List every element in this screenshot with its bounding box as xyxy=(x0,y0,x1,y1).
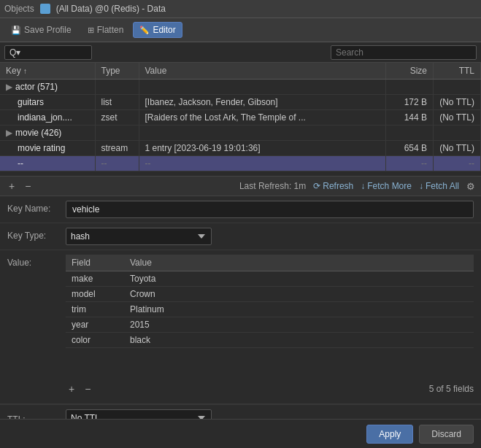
cell-field: year xyxy=(66,317,124,333)
table-row[interactable]: movie ratingstream1 entry [2023-06-19 19… xyxy=(0,141,481,156)
value-container: Field Value makeToyotamodelCrowntrimPlat… xyxy=(66,255,474,399)
key-name-input[interactable] xyxy=(66,201,474,218)
expand-arrow-icon: ▶ xyxy=(6,82,12,92)
flatten-label: Flatten xyxy=(97,25,124,35)
table-toolbar: + − Last Refresh: 1m ⟳ Refresh ↓ Fetch M… xyxy=(0,176,481,196)
fetch-all-button[interactable]: ↓ Fetch All xyxy=(419,181,459,191)
value-table-row[interactable]: makeToyota xyxy=(66,271,474,287)
filter-input[interactable] xyxy=(4,45,92,60)
value-table-row[interactable]: trimPlatinum xyxy=(66,302,474,317)
field-count: 5 of 5 fields xyxy=(429,384,474,394)
cell-ttl: (No TTL) xyxy=(434,95,481,110)
key-name-label: Key Name: xyxy=(7,201,66,214)
cell-value xyxy=(139,80,386,95)
cell-size: 144 B xyxy=(386,110,434,125)
search-input[interactable] xyxy=(331,45,477,60)
cell-type: -- xyxy=(95,156,139,171)
remove-field-button[interactable]: − xyxy=(82,382,93,396)
last-refresh-label: Last Refresh: 1m xyxy=(239,181,306,191)
cell-value: [Raiders of the Lost Ark, The Temple of … xyxy=(139,110,386,125)
table-row[interactable]: guitarslist[Ibanez, Jackson, Fender, Gib… xyxy=(0,95,481,110)
fetch-all-label: Fetch All xyxy=(426,181,459,191)
fetch-more-button[interactable]: ↓ Fetch More xyxy=(361,181,412,191)
editor-label: Editor xyxy=(153,25,175,35)
remove-row-button[interactable]: − xyxy=(22,179,34,193)
refresh-icon: ⟳ xyxy=(313,181,320,191)
refresh-label: Refresh xyxy=(323,181,353,191)
cell-field-value: Crown xyxy=(124,287,474,302)
table-row[interactable]: ▶actor (571) xyxy=(0,80,481,95)
objects-label: Objects xyxy=(4,4,34,14)
col-header-value[interactable]: Value xyxy=(139,63,386,80)
col-header-key[interactable]: Key ↑ xyxy=(0,63,95,80)
toolbar: 💾 Save Profile ⊞ Flatten ✏️ Editor xyxy=(0,18,481,42)
settings-button[interactable]: ⚙ xyxy=(466,181,475,192)
value-table-row[interactable]: colorblack xyxy=(66,333,474,348)
cell-size xyxy=(386,80,434,95)
refresh-button[interactable]: ⟳ Refresh xyxy=(313,181,353,191)
value-table-row[interactable]: year2015 xyxy=(66,317,474,333)
value-toolbar: + − 5 of 5 fields xyxy=(66,379,474,399)
window-title: (All Data) @0 (Redis) - Data xyxy=(56,4,166,14)
action-bar: Apply Discard xyxy=(0,419,481,448)
cell-size: 172 B xyxy=(386,95,434,110)
key-type-label: Key Type: xyxy=(7,228,66,241)
discard-button[interactable]: Discard xyxy=(419,425,474,444)
cell-size: 654 B xyxy=(386,141,434,156)
cell-ttl xyxy=(434,80,481,95)
apply-button[interactable]: Apply xyxy=(366,425,413,444)
col-header-type[interactable]: Type xyxy=(95,63,139,80)
flatten-icon: ⊞ xyxy=(88,26,94,35)
filter-row xyxy=(0,42,481,63)
key-type-select[interactable]: hash string list set zset stream xyxy=(66,228,212,245)
table-row[interactable]: ---------- xyxy=(0,156,481,171)
cell-ttl: (No TTL) xyxy=(434,110,481,125)
cell-value xyxy=(139,125,386,141)
detail-panel: Key Name: Key Type: hash string list set… xyxy=(0,196,481,404)
editor-icon: ✏️ xyxy=(139,26,150,35)
add-row-button[interactable]: + xyxy=(6,179,18,193)
save-profile-label: Save Profile xyxy=(24,25,72,35)
flatten-button[interactable]: ⊞ Flatten xyxy=(81,22,131,38)
value-col-header-value: Value xyxy=(124,255,474,271)
top-bar: Objects (All Data) @0 (Redis) - Data xyxy=(0,0,481,18)
value-row: Value: Field Value makeToyotamodelCrownt… xyxy=(0,250,481,404)
top-bar-icon xyxy=(40,4,50,14)
value-table-header: Field Value xyxy=(66,255,474,271)
value-table-wrap: Field Value makeToyotamodelCrowntrimPlat… xyxy=(66,255,474,379)
table-body: ▶actor (571)guitarslist[Ibanez, Jackson,… xyxy=(0,80,481,171)
editor-button[interactable]: ✏️ Editor xyxy=(133,22,182,38)
cell-type: list xyxy=(95,95,139,110)
table-header: Key ↑ Type Value Size TTL xyxy=(0,63,481,80)
col-header-ttl[interactable]: TTL xyxy=(434,63,481,80)
value-label: Value: xyxy=(7,255,66,268)
cell-value: [Ibanez, Jackson, Fender, Gibson] xyxy=(139,95,386,110)
cell-size: -- xyxy=(386,156,434,171)
cell-field: make xyxy=(66,271,124,287)
cell-type xyxy=(95,80,139,95)
col-header-size[interactable]: Size xyxy=(386,63,434,80)
value-table: Field Value makeToyotamodelCrowntrimPlat… xyxy=(66,255,474,348)
cell-type: zset xyxy=(95,110,139,125)
key-type-row: Key Type: hash string list set zset stre… xyxy=(0,223,481,250)
sort-arrow-icon: ↑ xyxy=(23,67,27,75)
data-table: Key ↑ Type Value Size TTL xyxy=(0,63,481,171)
cell-field: trim xyxy=(66,302,124,317)
value-table-row[interactable]: modelCrown xyxy=(66,287,474,302)
save-icon: 💾 xyxy=(11,26,21,35)
cell-ttl: -- xyxy=(434,156,481,171)
save-profile-button[interactable]: 💾 Save Profile xyxy=(4,22,78,38)
value-col-header-field: Field xyxy=(66,255,124,271)
add-field-button[interactable]: + xyxy=(66,382,77,396)
table-row[interactable]: ▶movie (426) xyxy=(0,125,481,141)
value-table-body: makeToyotamodelCrowntrimPlatinumyear2015… xyxy=(66,271,474,348)
fetch-more-label: Fetch More xyxy=(367,181,412,191)
cell-field-value: Platinum xyxy=(124,302,474,317)
data-table-container: Key ↑ Type Value Size TTL xyxy=(0,63,481,176)
fetch-more-icon: ↓ xyxy=(361,181,365,191)
key-name-row: Key Name: xyxy=(0,196,481,223)
cell-value: -- xyxy=(139,156,386,171)
cell-field-value: Toyota xyxy=(124,271,474,287)
cell-type xyxy=(95,125,139,141)
table-row[interactable]: indiana_jon....zset[Raiders of the Lost … xyxy=(0,110,481,125)
